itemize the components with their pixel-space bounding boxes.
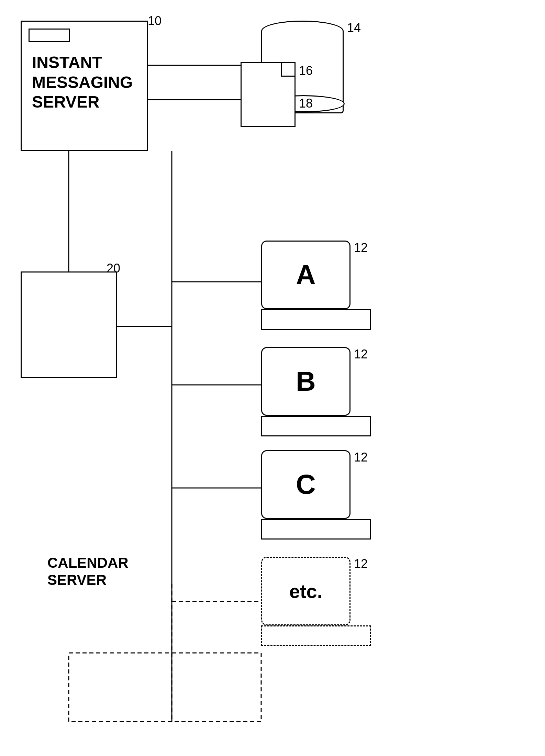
im-server-box: INSTANT MESSAGING SERVER [21, 21, 148, 151]
svg-rect-10 [69, 653, 261, 722]
im-server-inbox-icon [29, 29, 70, 42]
client-b-base [261, 416, 371, 436]
ref-12-b: 12 [354, 347, 368, 362]
client-c-base [261, 519, 371, 540]
ref-10: 10 [148, 14, 162, 28]
im-server-label: INSTANT MESSAGING SERVER [32, 53, 147, 112]
client-b-screen: B [261, 347, 351, 416]
calendar-server-label: CALENDAR SERVER [47, 554, 129, 589]
ref-20: 20 [107, 261, 120, 276]
ref-12-etc: 12 [354, 557, 368, 571]
client-c-screen: C [261, 450, 351, 519]
document-icon [241, 62, 296, 127]
doc-fold [281, 63, 294, 77]
diagram: INSTANT MESSAGING SERVER 10 CALENDAR SER… [0, 0, 545, 756]
client-etc-screen: etc. [261, 557, 351, 625]
calendar-server-box: CALENDAR SERVER [21, 271, 117, 378]
ref-16: 16 [299, 64, 313, 78]
ref-12-a: 12 [354, 241, 368, 255]
ref-14: 14 [347, 21, 361, 35]
ref-18: 18 [299, 96, 313, 111]
client-etc-base [261, 625, 371, 646]
ref-12-c: 12 [354, 450, 368, 465]
client-a-screen: A [261, 241, 351, 309]
client-a-base [261, 309, 371, 330]
